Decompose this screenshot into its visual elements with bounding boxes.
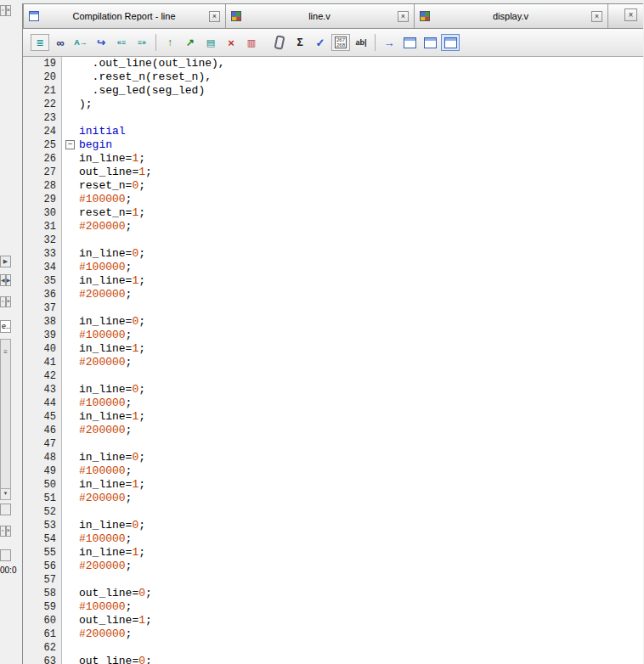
find-icon[interactable]: ∞ xyxy=(51,34,70,51)
code-line[interactable]: ); xyxy=(79,98,643,111)
find-replace-icon[interactable]: A→ xyxy=(71,34,90,51)
jump-icon[interactable]: → xyxy=(380,34,398,51)
copy-page-icon[interactable]: ▤ xyxy=(201,34,220,51)
word-wrap-icon[interactable]: ab| xyxy=(352,34,370,51)
horizontal-scroll-buttons[interactable]: ◀▶ xyxy=(0,274,11,286)
code-line[interactable]: #200000; xyxy=(79,288,643,301)
code-line[interactable]: in_line=0; xyxy=(79,247,643,261)
code-area[interactable]: .out_line(out_line), .reset_n(reset_n), … xyxy=(79,57,643,664)
code-line[interactable] xyxy=(79,111,643,125)
line-number: 28 xyxy=(23,179,56,193)
code-line[interactable]: in_line=0; xyxy=(79,519,643,532)
code-line[interactable]: #100000; xyxy=(79,193,643,206)
code-line[interactable]: in_line=0; xyxy=(79,315,643,329)
code-line[interactable] xyxy=(79,234,643,247)
panel-close-icon[interactable]: × xyxy=(6,526,12,537)
code-line[interactable]: out_line=1; xyxy=(79,166,643,179)
code-line[interactable]: #100000; xyxy=(79,397,643,410)
line-number: 47 xyxy=(23,437,56,451)
unindent-icon[interactable]: «≡ xyxy=(112,34,131,51)
line-number: 23 xyxy=(23,111,56,125)
new-window-icon[interactable] xyxy=(400,34,419,51)
code-line[interactable]: begin xyxy=(79,138,643,152)
code-line[interactable]: #100000; xyxy=(79,532,643,546)
scroll-right-icon[interactable]: ▶ xyxy=(6,274,12,286)
fold-collapse-icon[interactable]: − xyxy=(65,140,75,149)
left-edge-strip: ▫×▶◀▶▫×e...≡▼▫×00:0 xyxy=(0,0,22,664)
line-number: 51 xyxy=(23,492,56,505)
code-line[interactable]: out_line=0; xyxy=(79,655,643,664)
tab-bar-close-icon[interactable]: × xyxy=(624,8,637,21)
code-line[interactable]: #100000; xyxy=(79,600,643,614)
code-line[interactable] xyxy=(79,369,643,383)
code-line[interactable]: #100000; xyxy=(79,464,643,478)
insert-template-icon[interactable]: ≣ xyxy=(31,34,49,51)
panel-close-icon[interactable]: × xyxy=(6,5,12,16)
insert-file-icon[interactable]: ↗ xyxy=(181,34,200,51)
code-line[interactable]: .seg_led(seg_led) xyxy=(79,84,643,98)
goto-line-icon[interactable]: ↪ xyxy=(92,34,110,51)
delete-text-icon[interactable]: ▥ xyxy=(242,34,261,51)
code-line[interactable]: #200000; xyxy=(79,560,643,573)
attach-icon[interactable] xyxy=(270,34,289,51)
code-line[interactable]: #200000; xyxy=(79,492,643,505)
indent-icon[interactable]: ≡» xyxy=(133,34,151,51)
scrollbar-fragment[interactable]: ≡▼ xyxy=(0,339,11,500)
docked-panel-controls[interactable]: ▫× xyxy=(0,526,11,537)
code-line[interactable]: in_line=1; xyxy=(79,410,643,424)
syntax-check-icon[interactable]: ✓ xyxy=(311,34,330,51)
code-line[interactable]: #200000; xyxy=(79,424,643,437)
line-numbers-icon[interactable]: 267268 xyxy=(331,34,350,51)
code-line[interactable]: in_line=1; xyxy=(79,152,643,166)
docked-panel-controls[interactable]: ▫× xyxy=(0,5,11,16)
code-line[interactable]: in_line=1; xyxy=(79,478,643,492)
code-line[interactable] xyxy=(79,641,643,655)
tab-display-v[interactable]: display.v× xyxy=(415,4,608,28)
code-line[interactable]: in_line=1; xyxy=(79,342,643,356)
scroll-left-icon[interactable]: ◀ xyxy=(0,274,6,286)
code-line[interactable]: out_line=0; xyxy=(79,587,643,600)
code-line[interactable] xyxy=(79,573,643,587)
line-number: 19 xyxy=(23,57,56,70)
close-page-icon[interactable]: × xyxy=(222,34,240,51)
code-line[interactable]: #200000; xyxy=(79,356,643,369)
code-line[interactable]: #200000; xyxy=(79,220,643,234)
tab-close-icon[interactable]: × xyxy=(209,11,220,22)
code-line[interactable]: #100000; xyxy=(79,261,643,274)
code-line[interactable]: in_line=0; xyxy=(79,451,643,464)
scrollbar-grip-icon[interactable]: ≡ xyxy=(1,348,10,356)
line-number: 55 xyxy=(23,546,56,560)
tab-line-v[interactable]: line.v× xyxy=(226,4,415,28)
line-number: 50 xyxy=(23,478,56,492)
code-line[interactable]: in_line=1; xyxy=(79,274,643,288)
code-line[interactable] xyxy=(79,437,643,451)
code-line[interactable]: initial xyxy=(79,125,643,138)
scroll-down-icon[interactable]: ▼ xyxy=(1,488,10,499)
code-line[interactable] xyxy=(79,301,643,315)
tile-window-icon[interactable] xyxy=(441,34,460,51)
code-line[interactable]: reset_n=0; xyxy=(79,179,643,193)
line-number: 44 xyxy=(23,397,56,410)
code-line[interactable]: in_line=0; xyxy=(79,383,643,397)
code-line[interactable]: .out_line(out_line), xyxy=(79,57,643,70)
code-line[interactable]: #200000; xyxy=(79,627,643,641)
docked-panel-controls[interactable]: ▫× xyxy=(0,296,11,307)
line-number: 39 xyxy=(23,329,56,342)
code-line[interactable]: in_line=1; xyxy=(79,546,643,560)
panel-expand-arrow[interactable]: ▶ xyxy=(0,256,11,267)
panel-box[interactable] xyxy=(0,549,11,561)
split-window-icon[interactable] xyxy=(421,34,439,51)
tab-close-icon[interactable]: × xyxy=(398,11,409,22)
code-line[interactable] xyxy=(79,505,643,519)
code-line[interactable]: #100000; xyxy=(79,329,643,342)
tab-close-icon[interactable]: × xyxy=(591,11,602,22)
code-line[interactable]: reset_n=1; xyxy=(79,206,643,220)
tab-compilation-report[interactable]: Compilation Report - line× xyxy=(23,4,226,28)
panel-close-icon[interactable]: × xyxy=(6,296,12,307)
code-line[interactable]: .reset_n(reset_n), xyxy=(79,70,643,84)
panel-box[interactable] xyxy=(0,504,11,515)
line-number: 54 xyxy=(23,532,56,546)
code-line[interactable]: out_line=1; xyxy=(79,614,643,627)
waveform-icon[interactable]: Σ xyxy=(291,34,309,51)
open-file-icon[interactable]: ↑ xyxy=(161,34,179,51)
